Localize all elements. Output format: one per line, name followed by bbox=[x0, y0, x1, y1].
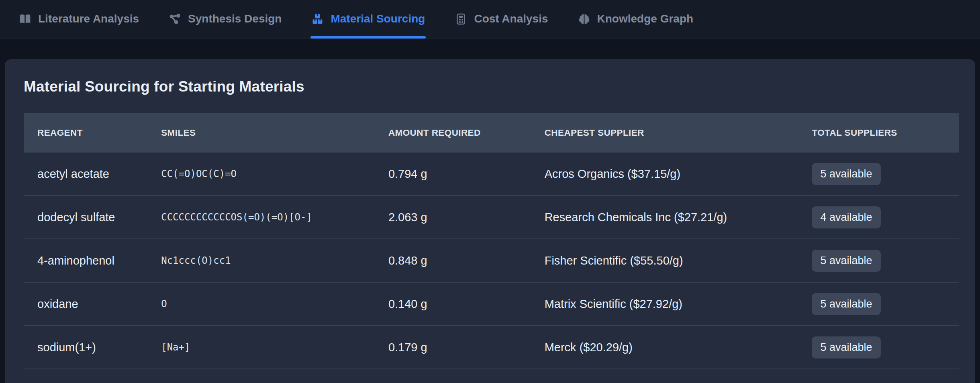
table-row: sodium(1+)[Na+]0.179 gMerck ($20.29/g)5 … bbox=[24, 326, 959, 369]
cell-reagent: 4-aminophenol bbox=[24, 239, 161, 282]
tab-cost-analysis[interactable]: Cost Analysis bbox=[455, 0, 548, 38]
tab-synthesis-design[interactable]: Synthesis Design bbox=[169, 0, 282, 38]
cell-amount: 0.848 g bbox=[388, 239, 545, 282]
suppliers-badge: 5 available bbox=[812, 250, 880, 272]
cell-amount: 0.179 g bbox=[388, 326, 545, 369]
calculator-icon bbox=[455, 13, 467, 25]
suppliers-badge: 5 available bbox=[812, 293, 880, 315]
cell-cheapest_supplier: Fisher Scientific ($55.50/g) bbox=[545, 239, 812, 282]
cell-smiles: Nc1ccc(O)cc1 bbox=[161, 239, 388, 282]
cell-cheapest_supplier: Matrix Scientific ($27.92/g) bbox=[545, 282, 812, 326]
cell-smiles: CCCCCCCCCCCCOS(=O)(=O)[O-] bbox=[161, 196, 388, 239]
suppliers-badge: 4 available bbox=[812, 206, 880, 228]
cell-cheapest_supplier: Merck ($20.29/g) bbox=[545, 326, 812, 369]
share-nodes-icon bbox=[169, 13, 181, 25]
table-row: oxidaneO0.140 gMatrix Scientific ($27.92… bbox=[24, 282, 959, 326]
column-header-smiles: SMILES bbox=[161, 113, 388, 153]
cell-smiles: CC(=O)OC(C)=O bbox=[161, 153, 388, 196]
cell-reagent: dodecyl sulfate bbox=[24, 196, 161, 239]
tab-label: Material Sourcing bbox=[331, 12, 425, 25]
suppliers-badge: 5 available bbox=[812, 336, 880, 359]
cell-reagent: sodium(1+) bbox=[24, 326, 161, 369]
table-header-row: REAGENTSMILESAMOUNT REQUIREDCHEAPEST SUP… bbox=[24, 113, 959, 153]
table-row: acetyl acetateCC(=O)OC(C)=O0.794 gAcros … bbox=[24, 153, 959, 196]
column-header-total_suppliers: TOTAL SUPPLIERS bbox=[812, 113, 959, 153]
cell-amount: 0.140 g bbox=[388, 282, 545, 326]
boxes-stacked-icon bbox=[311, 13, 324, 25]
cell-amount: 0.794 g bbox=[388, 153, 545, 196]
tab-literature-analysis[interactable]: Literature Analysis bbox=[19, 0, 139, 38]
cell-total_suppliers: 5 available bbox=[812, 153, 959, 196]
cell-smiles: [Na+] bbox=[161, 326, 388, 369]
book-open-icon bbox=[19, 13, 31, 25]
card-title: Material Sourcing for Starting Materials bbox=[24, 78, 959, 95]
tab-label: Synthesis Design bbox=[188, 12, 282, 25]
column-header-amount: AMOUNT REQUIRED bbox=[388, 113, 545, 153]
column-header-cheapest_supplier: CHEAPEST SUPPLIER bbox=[545, 113, 812, 153]
cell-total_suppliers: 5 available bbox=[812, 239, 959, 282]
tab-knowledge-graph[interactable]: Knowledge Graph bbox=[578, 0, 694, 38]
sourcing-table: REAGENTSMILESAMOUNT REQUIREDCHEAPEST SUP… bbox=[24, 113, 959, 369]
material-sourcing-card: Material Sourcing for Starting Materials… bbox=[5, 59, 975, 383]
tab-label: Knowledge Graph bbox=[597, 12, 694, 25]
table-row: dodecyl sulfateCCCCCCCCCCCCOS(=O)(=O)[O-… bbox=[24, 196, 959, 239]
tab-material-sourcing[interactable]: Material Sourcing bbox=[311, 0, 425, 38]
cell-total_suppliers: 5 available bbox=[812, 326, 959, 369]
table-body: acetyl acetateCC(=O)OC(C)=O0.794 gAcros … bbox=[24, 153, 959, 369]
cell-smiles: O bbox=[161, 282, 388, 326]
cell-cheapest_supplier: Research Chemicals Inc ($27.21/g) bbox=[545, 196, 812, 239]
suppliers-badge: 5 available bbox=[812, 163, 880, 185]
cell-total_suppliers: 4 available bbox=[812, 196, 959, 239]
tab-label: Cost Analysis bbox=[474, 12, 548, 25]
cell-reagent: oxidane bbox=[24, 282, 161, 326]
cell-reagent: acetyl acetate bbox=[24, 153, 161, 196]
brain-icon bbox=[578, 13, 590, 25]
table-row: 4-aminophenolNc1ccc(O)cc10.848 gFisher S… bbox=[24, 239, 959, 282]
tab-bar: Literature AnalysisSynthesis DesignMater… bbox=[0, 0, 980, 39]
column-header-reagent: REAGENT bbox=[24, 113, 161, 153]
main-content: Material Sourcing for Starting Materials… bbox=[0, 39, 980, 383]
cell-cheapest_supplier: Acros Organics ($37.15/g) bbox=[545, 153, 812, 196]
cell-amount: 2.063 g bbox=[388, 196, 545, 239]
cell-total_suppliers: 5 available bbox=[812, 282, 959, 326]
tab-label: Literature Analysis bbox=[38, 12, 139, 25]
